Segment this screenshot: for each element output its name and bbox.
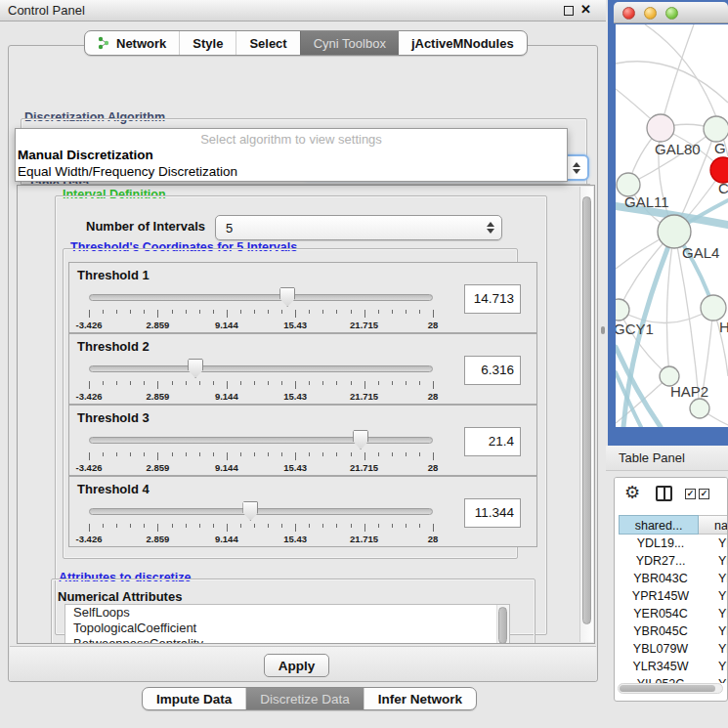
threshold-2-value-field[interactable]: 6.316	[464, 356, 521, 385]
table-scrollbar-thumb[interactable]	[620, 685, 715, 692]
threshold-3-label: Threshold 3	[77, 410, 150, 425]
list-scrollbar-thumb[interactable]	[498, 607, 507, 644]
tab-jactivemnodules[interactable]: jActiveMNodules	[399, 31, 527, 55]
panel-divider-handle[interactable]	[601, 326, 605, 334]
zoom-traffic-light-icon[interactable]	[665, 7, 678, 20]
slider-tick	[364, 381, 365, 389]
tab-discretize-data-label: Discretize Data	[260, 692, 350, 707]
numerical-attributes-label: Numerical Attributes	[58, 589, 182, 604]
slider-thumb[interactable]	[188, 359, 203, 378]
slider-tick	[116, 524, 117, 528]
threshold-3-value-field[interactable]: 21.4	[464, 427, 521, 456]
network-edge[interactable]	[616, 62, 728, 103]
table-row[interactable]: YIL052C YIL0	[619, 675, 728, 683]
algorithm-option-manual[interactable]: Manual Discretization	[16, 147, 567, 163]
slider-tick	[144, 452, 145, 456]
table-cell-shared-name: YDL19...	[619, 535, 703, 552]
slider-tick	[392, 524, 393, 528]
table-row[interactable]: YBR043C YBR0	[619, 570, 728, 587]
slider-thumb[interactable]	[279, 287, 295, 307]
threshold-3-slider[interactable]: -3.4262.8599.14415.4321.71528	[69, 427, 460, 476]
minimize-traffic-light-icon[interactable]	[644, 7, 657, 20]
panel-scrollbar[interactable]	[579, 187, 593, 642]
slider-tick	[351, 452, 352, 456]
slider-tick-label: 28	[428, 462, 439, 473]
network-node[interactable]	[658, 215, 691, 248]
list-item[interactable]: TopologicalCoefficient	[65, 621, 509, 636]
column-header-shared-name[interactable]: shared...	[619, 515, 699, 535]
gear-icon[interactable]: ⚙	[624, 482, 640, 503]
close-traffic-light-icon[interactable]	[622, 7, 635, 20]
table-row[interactable]: YBL079W YBL0	[619, 640, 728, 658]
slider-tick	[295, 524, 296, 532]
network-node[interactable]	[616, 299, 629, 321]
table-row[interactable]: YBR045C YBR0	[619, 622, 728, 640]
panel-scrollbar-thumb[interactable]	[582, 196, 591, 624]
column-header-name[interactable]: na	[699, 515, 728, 535]
number-of-intervals-combobox[interactable]: 5	[215, 215, 502, 240]
close-icon[interactable]: ✕	[580, 2, 591, 17]
slider-track[interactable]	[89, 508, 433, 515]
network-node[interactable]	[647, 114, 674, 142]
table-cell-name: YLR3	[703, 658, 728, 675]
stepper-icon	[487, 222, 494, 234]
tab-style[interactable]: Style	[179, 31, 236, 55]
slider-tick	[268, 524, 269, 528]
table-row[interactable]: YDR27... YDR2	[619, 552, 728, 570]
network-edge[interactable]	[661, 24, 694, 128]
slider-tick	[419, 381, 420, 385]
slider-tick	[199, 381, 200, 385]
table-panel-titlebar: Table Panel	[606, 446, 728, 471]
slider-tick	[378, 381, 379, 385]
table-horizontal-scrollbar[interactable]	[618, 683, 723, 694]
table-row[interactable]: YER054C YER0	[619, 605, 728, 622]
slider-tick	[309, 452, 310, 456]
tab-discretize-data[interactable]: Discretize Data	[245, 688, 364, 709]
node-label: GAL4	[682, 244, 719, 261]
table-row[interactable]: YPR145W YPR1	[619, 587, 728, 605]
threshold-1-slider[interactable]: -3.4262.8599.14415.4321.71528	[69, 284, 460, 333]
slider-tick-label: 28	[428, 320, 439, 330]
tab-cyni-toolbox[interactable]: Cyni Toolbox	[300, 31, 399, 55]
table-cell-name: YBR0	[703, 622, 728, 640]
network-node[interactable]	[690, 399, 709, 418]
apply-button[interactable]: Apply	[264, 654, 329, 677]
tab-infer-network[interactable]: Infer Network	[364, 688, 476, 709]
threshold-1-value-field[interactable]: 14.713	[464, 284, 521, 314]
table-row[interactable]: YDL19... YDL1	[619, 535, 728, 552]
algorithm-option-equal-width[interactable]: Equal Width/Frequency Discretization	[16, 163, 567, 180]
slider-track[interactable]	[89, 437, 433, 444]
table-row[interactable]: YLR345W YLR3	[619, 658, 728, 675]
numerical-attributes-list[interactable]: SelfLoopsTopologicalCoefficientBetweenne…	[64, 604, 510, 644]
slider-thumb[interactable]	[353, 430, 368, 450]
slider-tick-label: 15.43	[283, 534, 307, 544]
slider-tick-label: 28	[428, 534, 439, 544]
columns-icon[interactable]	[656, 486, 672, 501]
network-node[interactable]	[704, 116, 728, 142]
network-canvas[interactable]: GAL80GCGAL11GAL4GCY1HHAP2	[616, 24, 728, 427]
threshold-4-value-field[interactable]: 11.344	[464, 498, 521, 528]
tab-select[interactable]: Select	[236, 31, 299, 55]
threshold-4-slider[interactable]: -3.4262.8599.14415.4321.71528	[69, 498, 460, 547]
slider-thumb[interactable]	[242, 501, 258, 521]
checkbox-icon[interactable]: ✓	[699, 489, 709, 499]
network-view-window: GAL80GCGAL11GAL4GCY1HHAP2	[608, 0, 728, 446]
list-item[interactable]: SelfLoops	[65, 605, 509, 621]
list-scrollbar[interactable]	[496, 605, 509, 644]
tab-impute-data[interactable]: Impute Data	[143, 688, 245, 709]
float-icon[interactable]	[564, 6, 574, 16]
slider-tick	[268, 310, 269, 314]
node-label: HAP2	[670, 383, 708, 400]
slider-tick-label: 9.144	[215, 391, 238, 402]
slider-tick	[172, 452, 173, 456]
tab-select-label: Select	[249, 36, 286, 51]
threshold-2-slider[interactable]: -3.4262.8599.14415.4321.71528	[69, 356, 460, 405]
slider-track[interactable]	[89, 365, 433, 372]
checkbox-icon[interactable]: ✓	[685, 489, 696, 499]
network-node[interactable]	[701, 295, 726, 321]
tab-network[interactable]: Network	[85, 31, 179, 55]
slider-track[interactable]	[89, 294, 433, 301]
slider-tick-label: 15.43	[283, 320, 307, 330]
slider-tick	[364, 310, 365, 318]
list-item[interactable]: BetweennessCentrality	[65, 636, 509, 644]
